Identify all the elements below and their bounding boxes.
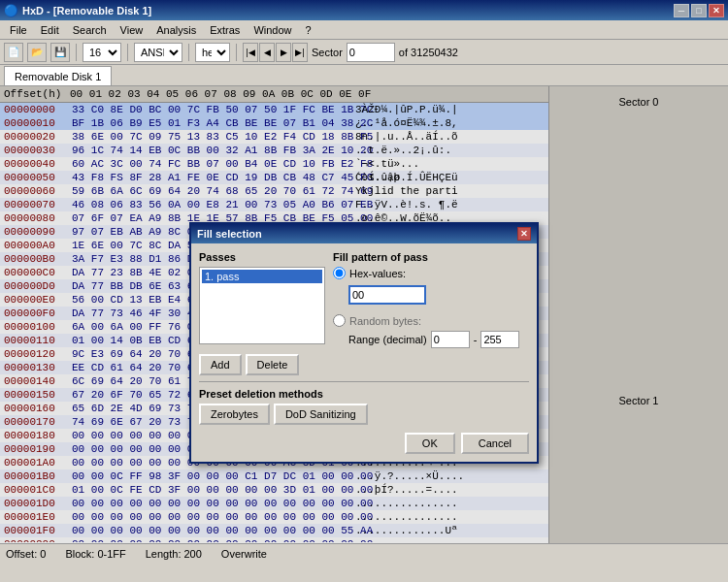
app-icon: 🔵 xyxy=(4,4,18,17)
dialog-separator xyxy=(199,381,529,382)
dialog-title-text: Fill selection xyxy=(197,228,262,240)
range-separator: - xyxy=(474,334,478,345)
random-bytes-label: Random bytes: xyxy=(349,315,421,327)
status-block: Block: 0-1FF xyxy=(65,548,125,560)
zoom-select[interactable]: 16 xyxy=(83,43,121,62)
title-controls: ─ □ ✕ xyxy=(674,4,724,17)
dod-button[interactable]: DoD Sanitizing xyxy=(274,404,368,425)
preset-row: Zerobytes DoD Sanitizing xyxy=(199,404,529,425)
title-bar-left: 🔵 HxD - [Removable Disk 1] xyxy=(4,4,151,17)
sector-input[interactable] xyxy=(347,43,395,62)
nav-first-button[interactable]: |◀ xyxy=(243,43,258,62)
dialog-overlay: Fill selection ✕ Passes 1. pass xyxy=(0,86,728,543)
dialog-main-row: Passes 1. pass Fill pattern of pass xyxy=(199,251,529,348)
nav-prev-button[interactable]: ◀ xyxy=(259,43,275,62)
toolbar-separator-1 xyxy=(76,44,77,61)
menu-search[interactable]: Search xyxy=(67,22,113,38)
range-max-input[interactable] xyxy=(480,331,519,348)
passes-list[interactable]: 1. pass xyxy=(199,267,325,344)
dialog-body: Passes 1. pass Fill pattern of pass xyxy=(191,243,537,462)
fill-pattern-options: Hex-values: Random bytes: Range (decimal… xyxy=(333,267,529,348)
random-bytes-radio[interactable] xyxy=(333,314,346,327)
menu-edit[interactable]: Edit xyxy=(35,22,65,38)
toolbar-separator-4 xyxy=(236,44,237,61)
new-button[interactable]: 📄 xyxy=(4,43,23,62)
passes-label: Passes xyxy=(199,251,325,263)
fill-pattern-column: Fill pattern of pass Hex-values: Random … xyxy=(333,251,529,348)
maximize-button[interactable]: □ xyxy=(691,4,707,17)
tab-bar: Removable Disk 1 xyxy=(0,65,728,86)
range-min-input[interactable] xyxy=(431,331,470,348)
ok-button[interactable]: OK xyxy=(405,433,455,454)
toolbar: 📄 📂 💾 16 ANSI hex |◀ ◀ ▶ ▶| Sector of 31… xyxy=(0,40,728,65)
delete-pass-button[interactable]: Delete xyxy=(246,354,300,375)
menu-view[interactable]: View xyxy=(115,22,149,38)
dialog-close-button[interactable]: ✕ xyxy=(517,227,531,241)
fill-pattern-label: Fill pattern of pass xyxy=(333,251,529,263)
close-button[interactable]: ✕ xyxy=(709,4,724,17)
menu-extras[interactable]: Extras xyxy=(204,22,246,38)
sector-total: of 31250432 xyxy=(399,47,458,58)
cancel-button[interactable]: Cancel xyxy=(461,433,529,454)
tab-disk1[interactable]: Removable Disk 1 xyxy=(4,66,112,85)
random-bytes-row: Random bytes: xyxy=(333,314,529,327)
range-row: Range (decimal) - xyxy=(348,331,529,348)
ok-cancel-row: OK Cancel xyxy=(199,433,529,454)
title-bar: 🔵 HxD - [Removable Disk 1] ─ □ ✕ xyxy=(0,0,728,20)
format-select[interactable]: hex xyxy=(195,43,230,62)
preset-label: Preset deletion methods xyxy=(199,388,529,400)
open-button[interactable]: 📂 xyxy=(27,43,47,62)
encoding-select[interactable]: ANSI xyxy=(134,43,182,62)
nav-next-button[interactable]: ▶ xyxy=(276,43,291,62)
range-label: Range (decimal) xyxy=(348,334,427,345)
toolbar-separator-3 xyxy=(188,44,189,61)
menu-help[interactable]: ? xyxy=(300,22,317,38)
hex-values-label: Hex-values: xyxy=(349,268,406,279)
hex-values-row: Hex-values: xyxy=(333,267,529,279)
add-delete-row: Add Delete xyxy=(199,354,529,375)
status-bar: Offset: 0 Block: 0-1FF Length: 200 Overw… xyxy=(0,543,728,563)
sector-label: Sector xyxy=(312,47,343,58)
nav-last-button[interactable]: ▶| xyxy=(292,43,308,62)
main-content: Offset(h) 00 01 02 03 04 05 06 07 08 09 … xyxy=(0,86,728,543)
status-mode: Overwrite xyxy=(221,548,267,560)
add-pass-button[interactable]: Add xyxy=(199,354,242,375)
status-length: Length: 200 xyxy=(146,548,202,560)
hex-values-radio[interactable] xyxy=(333,267,346,279)
navigation-buttons: |◀ ◀ ▶ ▶| xyxy=(243,43,308,62)
window-title: HxD - [Removable Disk 1] xyxy=(22,5,151,16)
toolbar-separator-2 xyxy=(127,44,128,61)
menu-file[interactable]: File xyxy=(4,22,33,38)
hex-value-input[interactable] xyxy=(348,285,426,305)
pass-1-item[interactable]: 1. pass xyxy=(202,270,322,283)
save-button[interactable]: 💾 xyxy=(50,43,70,62)
menu-window[interactable]: Window xyxy=(248,22,297,38)
passes-column: Passes 1. pass xyxy=(199,251,325,348)
fill-selection-dialog: Fill selection ✕ Passes 1. pass xyxy=(189,222,539,464)
zerobytes-button[interactable]: Zerobytes xyxy=(199,404,270,425)
menu-analysis[interactable]: Analysis xyxy=(150,22,202,38)
menu-bar: File Edit Search View Analysis Extras Wi… xyxy=(0,20,728,40)
dialog-title-bar: Fill selection ✕ xyxy=(191,224,537,243)
status-offset: Offset: 0 xyxy=(6,548,46,560)
minimize-button[interactable]: ─ xyxy=(674,4,689,17)
